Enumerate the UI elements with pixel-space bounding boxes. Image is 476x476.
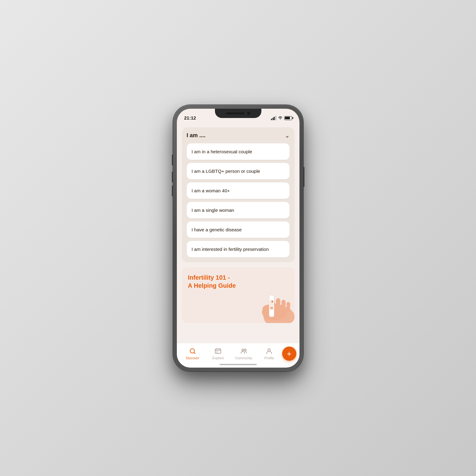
option-genetic-text: I have a genetic disease [192,227,242,232]
discover-icon [189,347,196,355]
option-lgbtq[interactable]: I am a LGBTQ+ person or couple [187,163,290,179]
svg-point-14 [242,349,244,351]
main-content[interactable]: I am .... ⌄ I am in a heterosexual coupl… [177,122,299,368]
infertility-title: Infertility 101 -A Helping Guide [188,273,248,290]
svg-rect-6 [286,302,290,312]
infertility-card[interactable]: Infertility 101 -A Helping Guide [182,267,295,323]
nav-community[interactable]: Community [231,347,257,360]
svg-point-15 [244,349,246,351]
nav-explore-label: Explore [212,356,224,360]
nav-explore[interactable]: Explore [205,347,231,360]
nav-discover[interactable]: Discover [180,347,206,360]
notch-speaker [226,112,245,114]
option-genetic[interactable]: I have a genetic disease [187,221,290,238]
dropdown-section: I am .... ⌄ I am in a heterosexual coupl… [182,127,295,262]
option-fertility[interactable]: I am interested in fertility preservatio… [187,241,290,257]
svg-rect-4 [276,298,280,312]
battery-icon [284,116,292,120]
battery-fill [285,117,290,119]
notch [215,109,261,118]
dropdown-header[interactable]: I am .... ⌄ [187,132,290,139]
option-heterosexual-text: I am in a heterosexual couple [192,149,252,154]
option-single[interactable]: I am a single woman [187,202,290,218]
svg-rect-12 [215,349,221,353]
svg-rect-13 [216,352,218,352]
explore-icon [214,347,222,355]
phone-wrapper: 21:12 [173,105,303,371]
notch-camera [247,112,250,115]
chevron-down-icon[interactable]: ⌄ [285,132,290,139]
pregnancy-test-illustration [248,283,295,323]
svg-rect-9 [270,307,273,308]
svg-rect-10 [270,308,273,309]
community-icon [240,347,247,355]
nav-community-label: Community [235,356,252,360]
status-icons [271,116,292,120]
nav-profile-label: Profile [264,356,274,360]
add-button[interactable]: + [282,347,296,361]
option-fertility-text: I am interested in fertility preservatio… [192,247,269,252]
profile-icon [265,347,273,355]
option-lgbtq-text: I am a LGBTQ+ person or couple [192,168,260,174]
option-woman40[interactable]: I am a woman 40+ [187,182,290,199]
option-woman40-text: I am a woman 40+ [192,188,230,193]
nav-discover-label: Discover [186,356,199,360]
svg-point-16 [268,349,270,351]
signal-icon [271,116,276,120]
home-indicator [220,364,257,365]
option-single-text: I am a single woman [192,207,234,213]
wifi-icon [278,116,283,120]
svg-rect-5 [282,300,286,312]
dropdown-title: I am .... [187,132,206,139]
option-heterosexual[interactable]: I am in a heterosexual couple [187,143,290,160]
svg-rect-8 [270,300,273,306]
status-time: 21:12 [184,115,196,120]
nav-profile[interactable]: Profile [256,347,282,360]
screen: 21:12 [177,109,299,368]
phone-body: 21:12 [173,105,303,371]
